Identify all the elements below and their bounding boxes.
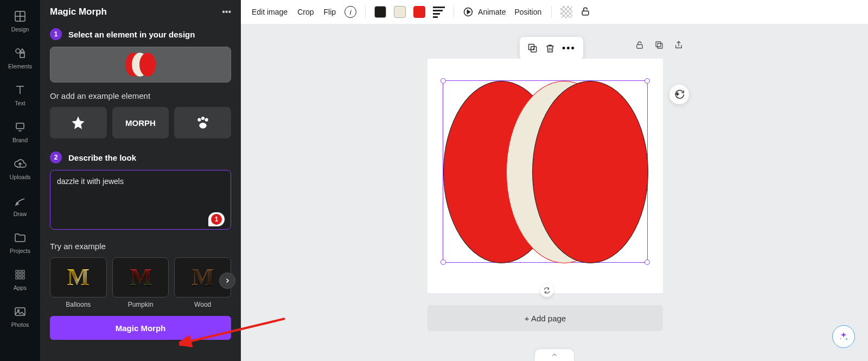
- svg-rect-12: [22, 277, 24, 279]
- svg-rect-7: [16, 274, 18, 276]
- duplicate-page-button[interactable]: [654, 40, 664, 52]
- animate-label: Animate: [478, 8, 506, 16]
- svg-rect-11: [19, 277, 21, 279]
- regenerate-button[interactable]: [669, 85, 689, 104]
- lock-button[interactable]: [580, 6, 591, 18]
- flip-button[interactable]: Flip: [323, 5, 337, 18]
- rail-label: Uploads: [10, 174, 31, 180]
- pencil-icon: [14, 194, 27, 207]
- svg-point-18: [199, 123, 206, 129]
- selection-more-button[interactable]: •••: [562, 43, 576, 54]
- oval-red-right[interactable]: [532, 81, 648, 263]
- svg-point-16: [201, 117, 205, 120]
- try-example-label: Try an example: [50, 242, 231, 251]
- crop-button[interactable]: Crop: [296, 5, 315, 18]
- duplicate-plus-icon: [527, 43, 538, 54]
- try-balloons[interactable]: M Balloons: [50, 257, 107, 308]
- expand-pages-button[interactable]: [535, 349, 574, 361]
- color-swatch-red[interactable]: [413, 6, 425, 18]
- svg-rect-22: [656, 42, 661, 47]
- resize-handle-br[interactable]: [644, 259, 650, 265]
- rail-projects[interactable]: Projects: [0, 226, 40, 262]
- paw-icon: [194, 114, 212, 131]
- image-icon: [14, 305, 27, 318]
- rail-label: Brand: [12, 137, 28, 143]
- example-morph-text[interactable]: MORPH: [112, 107, 169, 138]
- prompt-input[interactable]: [50, 170, 231, 230]
- transparency-button[interactable]: [560, 6, 572, 18]
- delete-button[interactable]: [545, 43, 556, 54]
- resize-handle-tr[interactable]: [644, 78, 650, 84]
- svg-rect-5: [19, 270, 21, 273]
- preview-ovals: [125, 53, 156, 77]
- rail-label: Elements: [8, 63, 32, 69]
- rail-label: Apps: [14, 284, 27, 291]
- resize-handle-bl[interactable]: [441, 259, 446, 265]
- example-paw[interactable]: [174, 107, 231, 138]
- shapes-icon: [14, 47, 27, 60]
- panel-title: Magic Morph: [50, 7, 107, 17]
- svg-rect-6: [22, 270, 24, 273]
- selection-toolbar: •••: [520, 37, 583, 60]
- rail-label: Design: [11, 26, 29, 33]
- folder-icon: [14, 231, 27, 244]
- add-page-button[interactable]: + Add page: [427, 305, 663, 331]
- try-caption: Wood: [194, 301, 211, 308]
- rail-photos[interactable]: Photos: [0, 300, 40, 335]
- try-next-button[interactable]: [219, 273, 235, 289]
- canvas-page[interactable]: [427, 59, 663, 293]
- svg-point-27: [840, 338, 841, 339]
- divider: [454, 6, 454, 18]
- color-swatch-cream[interactable]: [394, 6, 406, 18]
- canvas-area[interactable]: ••• + Add page: [241, 24, 868, 361]
- example-star[interactable]: [50, 107, 107, 138]
- step-1-badge: 1: [50, 28, 62, 40]
- magic-morph-panel: Magic Morph ••• 1 Select an element in y…: [40, 0, 241, 361]
- rail-label: Draw: [14, 211, 27, 217]
- template-icon: [14, 10, 27, 23]
- info-button[interactable]: i: [344, 6, 356, 18]
- balloons-m-icon: M: [67, 265, 90, 289]
- animate-button[interactable]: Animate: [463, 7, 506, 17]
- step-1-label: Select an element in your design: [68, 30, 195, 39]
- color-swatch-dark[interactable]: [374, 6, 386, 18]
- rail-text[interactable]: Text: [0, 78, 40, 114]
- resize-handle-tl[interactable]: [441, 78, 446, 84]
- sparkle-icon: [838, 331, 850, 343]
- selection-box[interactable]: [443, 80, 648, 263]
- context-toolbar: Edit image Crop Flip i Animate Position: [241, 0, 868, 24]
- rail-brand[interactable]: Brand: [0, 115, 40, 151]
- svg-rect-3: [16, 123, 24, 129]
- line-weight-button[interactable]: [433, 7, 445, 18]
- rail-design[interactable]: Design: [0, 4, 40, 40]
- rail-elements[interactable]: Elements: [0, 41, 40, 77]
- panel-more-button[interactable]: •••: [222, 7, 231, 17]
- rail-apps[interactable]: Apps: [0, 263, 40, 299]
- svg-rect-23: [658, 43, 662, 48]
- left-nav-rail: Design Elements Text Brand Uploads Draw …: [0, 0, 40, 361]
- svg-rect-9: [22, 274, 24, 276]
- magic-morph-button[interactable]: Magic Morph: [50, 316, 231, 340]
- rail-label: Photos: [11, 321, 29, 328]
- rail-draw[interactable]: Draw: [0, 189, 40, 225]
- grid-icon: [14, 268, 27, 281]
- ai-assistant-fab[interactable]: [832, 325, 855, 348]
- group-duplicate-button[interactable]: [527, 43, 538, 54]
- sync-icon: [543, 287, 551, 294]
- lock-open-icon: [635, 40, 644, 50]
- page-unlock-button[interactable]: [635, 40, 644, 52]
- share-page-button[interactable]: [674, 40, 684, 52]
- position-button[interactable]: Position: [513, 5, 542, 18]
- sync-button[interactable]: [540, 284, 553, 297]
- edit-image-button[interactable]: Edit image: [251, 5, 289, 18]
- svg-rect-10: [16, 277, 18, 279]
- lock-open-icon: [580, 6, 591, 17]
- svg-rect-21: [637, 45, 643, 48]
- rail-uploads[interactable]: Uploads: [0, 152, 40, 188]
- selected-element-preview[interactable]: [50, 47, 231, 83]
- divider: [365, 6, 366, 18]
- svg-point-15: [197, 118, 201, 122]
- cloud-upload-icon: [14, 157, 27, 170]
- try-pumpkin[interactable]: M Pumpkin: [112, 257, 169, 308]
- example-subhead: Or add an example element: [50, 91, 231, 100]
